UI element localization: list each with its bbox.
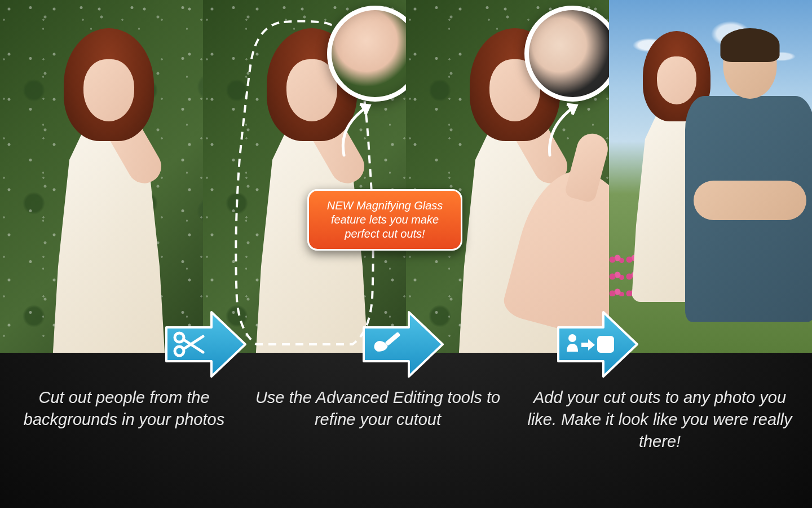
svg-rect-4 <box>597 336 614 353</box>
man-figure <box>677 34 812 353</box>
panel-composite-result <box>609 0 812 353</box>
svg-point-3 <box>568 334 576 342</box>
step-caption: Cut out people from the backgrounds in y… <box>6 387 242 453</box>
panel-original-photo <box>0 0 203 353</box>
step-arrow-composite-icon <box>555 308 640 381</box>
panel-cutout-lasso <box>203 0 406 353</box>
step-caption: Add your cut outs to any photo you like.… <box>513 387 806 453</box>
curved-arrow-icon <box>333 99 383 161</box>
promo-panels <box>0 0 812 353</box>
step-caption: Use the Advanced Editing tools to refine… <box>242 387 513 453</box>
panel-refine-edge <box>406 0 609 353</box>
woman-figure <box>36 28 182 353</box>
feature-callout: NEW Magnifying Glass feature lets you ma… <box>307 189 462 251</box>
callout-text: NEW Magnifying Glass feature lets you ma… <box>327 199 443 240</box>
step-arrow-scissors-icon <box>164 308 248 381</box>
step-captions-row: Cut out people from the backgrounds in y… <box>0 387 812 453</box>
step-arrow-brush-icon <box>361 308 445 381</box>
